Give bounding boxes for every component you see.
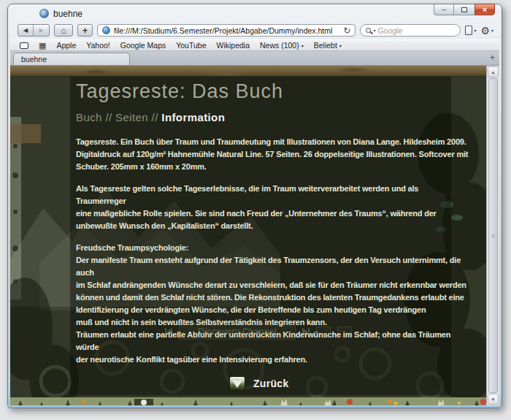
home-button[interactable]: ⌂ xyxy=(54,24,73,37)
chevron-down-icon: ▾ xyxy=(301,43,304,48)
page-icon xyxy=(465,26,472,35)
page-title: Tagesreste: Das Buch xyxy=(76,80,470,103)
back-label: Zurück xyxy=(253,378,288,389)
page-content: Tagesreste: Das Buch Buch // Seiten // I… xyxy=(10,66,486,405)
bookmarks-bar: ▦ Apple Yahoo! Google Maps YouTube Wikip… xyxy=(10,39,499,51)
settings-menu-button[interactable]: ⚙ ▾ xyxy=(480,26,493,36)
bookmark-label: News (100) xyxy=(260,41,299,50)
previous-icon xyxy=(166,328,172,335)
bookmark-folder-news[interactable]: News (100)▾ xyxy=(260,41,304,50)
minimize-icon: – xyxy=(442,6,446,13)
paragraph-book-facts: Tagesreste. Ein Buch über Traum und Trau… xyxy=(76,136,470,173)
scroll-up-icon: ▲ xyxy=(491,70,496,75)
search-field[interactable]: ▾ xyxy=(360,24,461,37)
close-button[interactable]: × xyxy=(474,4,495,15)
bookmark-item-wikipedia[interactable]: Wikipedia xyxy=(216,41,250,50)
next-channel-button[interactable] xyxy=(302,328,310,335)
bookmark-folder-beliebt[interactable]: Beliebt▾ xyxy=(314,41,342,50)
close-icon: × xyxy=(483,6,487,14)
bookmark-item-youtube[interactable]: YouTube xyxy=(176,41,206,50)
restore-button[interactable] xyxy=(454,4,474,15)
bookmark-item-apple[interactable]: Apple xyxy=(56,41,76,50)
address-url[interactable]: file:///M:/Studium/6.Semester/Projekt/Ab… xyxy=(114,26,339,35)
settings-dropdown-icon: ▾ xyxy=(491,28,493,33)
tab-buehne[interactable]: buehne xyxy=(13,53,130,65)
vertical-scrollbar[interactable]: ▲ ▼ xyxy=(486,66,499,405)
scroll-up-button[interactable]: ▲ xyxy=(488,66,499,77)
search-dropdown-icon[interactable]: ▾ xyxy=(373,28,375,33)
bookmarks-book-icon[interactable] xyxy=(20,42,28,49)
tab-label: buehne xyxy=(21,55,47,64)
channel-switcher-bar: Discovery Channel xyxy=(165,321,406,341)
scrollbar-thumb[interactable] xyxy=(488,78,498,393)
top-sites-grid-icon[interactable]: ▦ xyxy=(39,42,46,50)
scroll-down-button[interactable]: ▼ xyxy=(488,394,499,405)
browser-toolbar: ◀ ▶ ⌂ + file:///M:/Studium/6.Semester/Pr… xyxy=(10,23,499,39)
bookmark-item-google-maps[interactable]: Google Maps xyxy=(120,41,166,50)
title-bar[interactable]: buehne – × xyxy=(10,4,499,23)
page-menu-button[interactable]: ▾ xyxy=(465,26,476,35)
bookmark-label: Yahoo! xyxy=(86,41,110,50)
back-button[interactable]: ◀ xyxy=(18,25,34,36)
back-navigation[interactable]: Zurück xyxy=(229,376,288,391)
window-controls: – × xyxy=(434,4,495,15)
channel-label: Discovery Channel xyxy=(179,323,296,340)
nav-separator: // xyxy=(105,111,112,123)
triangle-glyph xyxy=(232,381,242,388)
back-icon: ◀ xyxy=(23,27,28,34)
home-icon: ⌂ xyxy=(61,26,66,36)
bookmark-label: Beliebt xyxy=(314,41,337,50)
add-bookmark-button[interactable]: + xyxy=(77,24,93,37)
history-nav-group: ◀ ▶ xyxy=(18,24,50,37)
browser-window: buehne – × ◀ ▶ ⌂ + file:///M:/Studium/6.… xyxy=(7,4,502,408)
wooden-top-bar xyxy=(10,66,486,77)
address-bar[interactable]: file:///M:/Studium/6.Semester/Projekt/Ab… xyxy=(97,24,356,37)
search-icon xyxy=(366,28,371,33)
bookmark-label: Google Maps xyxy=(120,41,166,50)
page-menu-dropdown-icon: ▾ xyxy=(474,28,476,33)
plus-icon: + xyxy=(82,26,88,36)
scroll-down-icon: ▼ xyxy=(491,397,496,402)
bookmark-label: Apple xyxy=(56,41,76,50)
channel-extra-icon-right[interactable] xyxy=(337,327,352,337)
safari-compass-icon xyxy=(39,9,49,18)
nav-item-seiten[interactable]: Seiten xyxy=(115,111,148,123)
viewport: Tagesreste: Das Buch Buch // Seiten // I… xyxy=(10,65,499,405)
refresh-icon[interactable]: ↻ xyxy=(343,26,350,35)
bookmark-label: Wikipedia xyxy=(216,41,250,50)
next-icon xyxy=(302,328,308,335)
restore-icon xyxy=(461,7,467,12)
gear-icon: ⚙ xyxy=(480,26,490,36)
nav-item-buch[interactable]: Buch xyxy=(76,111,102,123)
next-icon xyxy=(308,328,310,335)
previous-channel-button[interactable] xyxy=(165,328,172,335)
minimize-button[interactable]: – xyxy=(434,4,454,15)
nav-item-information-current[interactable]: Information xyxy=(161,111,225,123)
breadcrumb: Buch // Seiten // Information xyxy=(76,111,470,123)
paragraph-freud-psychology: Freudsche Traumpsychologie: Der manifest… xyxy=(76,242,470,366)
window-title: buehne xyxy=(53,9,82,19)
search-input[interactable] xyxy=(377,26,455,35)
bookmark-item-yahoo[interactable]: Yahoo! xyxy=(86,41,110,50)
tab-bar: buehne + xyxy=(10,51,499,65)
bookmark-label: YouTube xyxy=(176,41,206,50)
forward-button[interactable]: ▶ xyxy=(34,25,49,36)
green-arrow-down-icon xyxy=(229,376,245,391)
page-favicon-globe-icon xyxy=(102,26,110,34)
forward-icon: ▶ xyxy=(39,27,43,34)
paragraph-tagesreste-definition: Als Tagesreste gelten solche Tageserlebn… xyxy=(76,183,470,232)
channel-extra-icon-left[interactable] xyxy=(316,327,331,337)
nav-separator: // xyxy=(152,111,158,123)
new-tab-button[interactable]: + xyxy=(490,53,495,62)
chevron-down-icon: ▾ xyxy=(339,43,342,48)
